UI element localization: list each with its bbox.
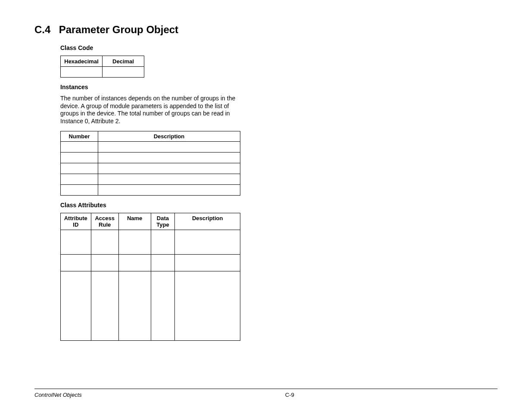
table-row (61, 163, 240, 174)
table-row (61, 255, 240, 271)
hex-header: Hexadecimal (61, 56, 103, 67)
class-attributes-table: Attribute ID Access Rule Name Data Type … (60, 213, 240, 341)
dec-header: Decimal (103, 56, 144, 67)
content-area: Class Code Hexadecimal Decimal Instances… (60, 44, 241, 341)
footer-page-number: C-9 (34, 392, 498, 398)
section-heading: C.4 Parameter Group Object (34, 24, 498, 36)
hex-value (61, 67, 103, 78)
table-row (61, 271, 240, 341)
table-row (61, 185, 240, 196)
class-code-label: Class Code (60, 44, 241, 51)
name-header: Name (118, 213, 151, 230)
attid-header: Attribute ID (61, 213, 91, 230)
number-header: Number (61, 131, 98, 142)
footer-left: ControlNet Objects (34, 392, 82, 398)
section-number: C.4 (34, 24, 56, 36)
desc-header: Description (175, 213, 240, 230)
page-footer: ControlNet Objects C-9 (34, 389, 498, 398)
table-row (61, 142, 240, 153)
table-row (61, 153, 240, 163)
table-row (61, 174, 240, 185)
class-code-table: Hexadecimal Decimal (60, 56, 144, 78)
instances-label: Instances (60, 84, 241, 90)
access-header: Access Rule (91, 213, 118, 230)
class-attributes-label: Class Attributes (60, 202, 241, 209)
dtype-header: Data Type (151, 213, 175, 230)
section-title: Parameter Group Object (59, 24, 178, 35)
instances-table: Number Description (60, 131, 240, 196)
table-row (61, 230, 240, 255)
instances-text: The number of instances depends on the n… (60, 95, 241, 125)
description-header: Description (98, 131, 240, 142)
dec-value (103, 67, 144, 78)
